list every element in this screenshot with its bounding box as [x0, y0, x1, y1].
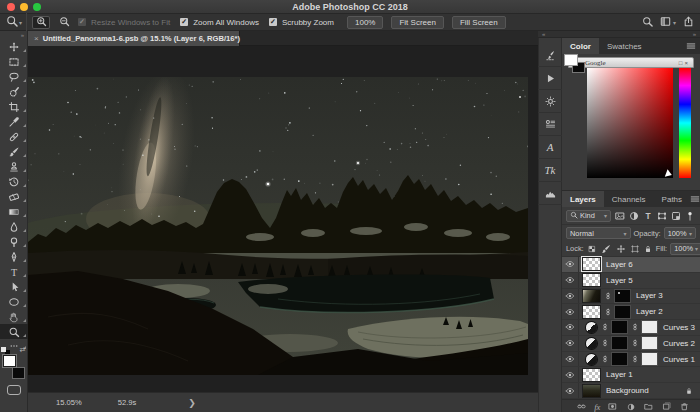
actions-panel-icon[interactable] — [538, 67, 562, 90]
crop-tool[interactable] — [0, 99, 28, 114]
fill-field[interactable]: 100% ▾ — [670, 243, 700, 255]
zoom-out-mode-button[interactable] — [55, 16, 73, 29]
quick-selection-tool[interactable] — [0, 84, 28, 99]
move-tool[interactable] — [0, 39, 28, 54]
fill-screen-button[interactable]: Fill Screen — [452, 16, 506, 29]
lock-position-button[interactable] — [615, 243, 627, 255]
path-selection-tool[interactable] — [0, 279, 28, 294]
filter-adjustment-layers[interactable] — [628, 211, 640, 221]
swap-colors-button[interactable]: ⇄ — [20, 346, 26, 354]
workspace-switcher[interactable]: ▾ — [660, 13, 676, 31]
layer-mask-thumbnail[interactable] — [612, 321, 627, 333]
brush-settings-panel-icon[interactable] — [538, 44, 562, 67]
filter-kind-dropdown[interactable]: Kind ▾ — [566, 210, 611, 222]
foreground-color-swatch[interactable] — [564, 54, 578, 66]
layer-thumbnail[interactable] — [583, 306, 600, 318]
layer-thumbnail[interactable] — [586, 354, 597, 365]
zoom-level-field[interactable]: 15.05% — [56, 398, 82, 407]
layer-row-layer-6[interactable]: Layer 6 — [562, 257, 700, 273]
close-icon[interactable]: × — [34, 34, 39, 43]
visibility-eye-icon[interactable] — [562, 352, 579, 367]
add-layer-mask-button[interactable] — [607, 401, 618, 412]
resize-windows-checkbox[interactable]: ✓ Resize Windows to Fit — [78, 18, 175, 27]
visibility-eye-icon[interactable] — [562, 257, 579, 272]
hand-tool[interactable] — [0, 309, 28, 324]
visibility-eye-icon[interactable] — [562, 383, 579, 398]
styles-panel-icon[interactable] — [538, 113, 562, 136]
layer-name[interactable]: Layer 2 — [636, 307, 663, 316]
layer-row-layer-3[interactable]: Layer 3 — [562, 289, 700, 305]
visibility-eye-icon[interactable] — [562, 336, 579, 351]
quick-mask-button[interactable] — [7, 385, 21, 395]
lock-image-pixels-button[interactable] — [600, 243, 612, 255]
clone-stamp-tool[interactable] — [0, 159, 28, 174]
layer-row-curves-2[interactable]: Curves 2 — [562, 336, 700, 352]
scrubby-zoom-checkbox[interactable]: ✓ Scrubby Zoom — [269, 18, 339, 27]
pen-tool[interactable] — [0, 249, 28, 264]
layer-thumbnail[interactable] — [586, 338, 597, 349]
layer-mask-thumbnail[interactable] — [642, 353, 657, 365]
tab-channels[interactable]: Channels — [604, 191, 654, 207]
status-chevron-icon[interactable]: ❯ — [188, 398, 196, 408]
lock-transparent-pixels-button[interactable] — [587, 244, 597, 254]
hue-slider[interactable] — [679, 68, 691, 178]
filter-pixel-layers[interactable] — [614, 211, 626, 221]
blur-tool[interactable] — [0, 219, 28, 234]
layer-name[interactable]: Background — [606, 386, 649, 395]
history-brush-tool[interactable] — [0, 174, 28, 189]
visibility-eye-icon[interactable] — [562, 289, 579, 304]
gradient-tool[interactable] — [0, 204, 28, 219]
layer-styles-button[interactable]: fx — [594, 402, 600, 412]
document-tab[interactable]: × Untitled_Panorama1-6.psb @ 15.1% (Laye… — [28, 31, 240, 46]
visibility-eye-icon[interactable] — [562, 273, 579, 288]
zoom-all-windows-checkbox[interactable]: ✓ Zoom All Windows — [180, 18, 264, 27]
layer-mask-thumbnail[interactable] — [642, 337, 657, 349]
collapse-dock-icon[interactable]: « — [542, 31, 545, 37]
character-panel-icon[interactable]: Tk — [538, 159, 562, 182]
lock-artboard-button[interactable] — [630, 244, 640, 254]
layer-thumbnail[interactable] — [583, 274, 600, 286]
new-group-button[interactable] — [643, 401, 654, 412]
layer-name[interactable]: Layer 1 — [606, 370, 633, 379]
layer-mask-thumbnail[interactable] — [612, 353, 627, 365]
visibility-eye-icon[interactable] — [562, 367, 579, 382]
dodge-tool[interactable] — [0, 234, 28, 249]
filter-shape-layers[interactable] — [656, 211, 668, 221]
visibility-eye-icon[interactable] — [562, 304, 579, 319]
layer-mask-thumbnail[interactable] — [615, 306, 630, 318]
foreground-color-swatch[interactable] — [3, 355, 16, 367]
layer-mask-thumbnail[interactable] — [615, 290, 630, 302]
layer-mask-thumbnail[interactable] — [642, 321, 657, 333]
layer-name[interactable]: Curves 2 — [663, 339, 695, 348]
layer-row-curves-3[interactable]: Curves 3 — [562, 320, 700, 336]
share-icon[interactable] — [683, 13, 694, 31]
zoom-100-button[interactable]: 100% — [347, 16, 383, 29]
layer-name[interactable]: Layer 6 — [606, 260, 633, 269]
histogram-panel-icon[interactable] — [538, 182, 562, 205]
collapse-toolbar-icon[interactable]: » — [21, 31, 24, 39]
close-icon[interactable]: × — [684, 60, 690, 66]
layer-row-curves-1[interactable]: Curves 1 — [562, 352, 700, 368]
default-colors-button[interactable] — [1, 347, 10, 355]
blend-mode-dropdown[interactable]: Normal ▾ — [566, 227, 631, 239]
pasteboard[interactable] — [28, 46, 538, 392]
filter-smart-objects[interactable] — [670, 211, 682, 221]
layer-thumbnail[interactable] — [586, 322, 597, 333]
tab-layers[interactable]: Layers — [562, 191, 604, 207]
eraser-tool[interactable] — [0, 189, 28, 204]
layer-mask-thumbnail[interactable] — [612, 337, 627, 349]
fit-screen-button[interactable]: Fit Screen — [391, 16, 443, 29]
panel-menu-button[interactable] — [686, 38, 700, 54]
layer-name[interactable]: Curves 1 — [663, 355, 695, 364]
panel-menu-button[interactable] — [690, 191, 700, 207]
shape-tool[interactable] — [0, 294, 28, 309]
opacity-field[interactable]: 100% ▾ — [664, 227, 696, 239]
layer-name[interactable]: Curves 3 — [663, 323, 695, 332]
background-color-swatch[interactable] — [12, 367, 25, 379]
layer-thumbnail[interactable] — [583, 385, 600, 397]
tab-color[interactable]: Color — [562, 38, 599, 54]
visibility-eye-icon[interactable] — [562, 320, 579, 335]
eyedropper-tool[interactable] — [0, 114, 28, 129]
layer-name[interactable]: Layer 3 — [636, 291, 663, 300]
healing-brush-tool[interactable] — [0, 129, 28, 144]
